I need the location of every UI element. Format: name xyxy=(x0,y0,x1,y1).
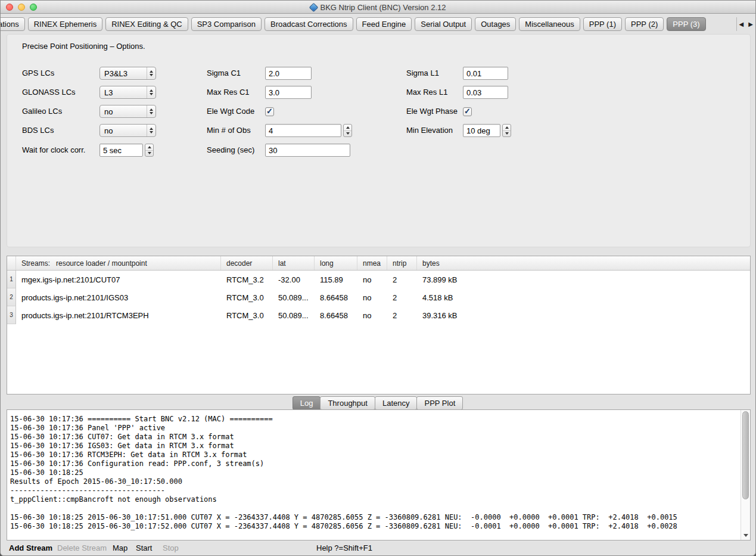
add-stream-button[interactable]: Add Stream xyxy=(9,543,52,552)
combo-arrows-icon xyxy=(147,105,155,117)
wait-clock-stepper[interactable] xyxy=(145,144,154,157)
tab-rinex-editing-qc[interactable]: RINEX Editing & QC xyxy=(105,17,188,31)
spin-up-icon[interactable] xyxy=(145,144,153,151)
max-res-l1-input[interactable] xyxy=(463,86,508,99)
bnc-window: BKG Ntrip Client (BNC) Version 2.12 atio… xyxy=(0,0,756,556)
spin-up-icon[interactable] xyxy=(344,125,351,131)
tab-serial-output[interactable]: Serial Output xyxy=(415,17,472,31)
log-line: Results of Epoch 2015-06-30_10:17:50.000 xyxy=(10,477,738,486)
header-lat: lat xyxy=(273,256,315,270)
gps-lcs-select[interactable]: P3&L3 xyxy=(99,67,156,80)
stream-row-1[interactable]: 1 mgex.igs-ip.net:2101/CUT07 RTCM_3.2 -3… xyxy=(7,271,750,288)
cell-ntrip: 2 xyxy=(387,288,417,306)
tab-outages[interactable]: Outages xyxy=(475,17,516,31)
wait-clock-input[interactable] xyxy=(99,144,143,157)
log-line: 15-06-30 10:17:36 ========== Start BNC v… xyxy=(10,415,738,424)
cell-bytes: 39.316 kB xyxy=(417,306,750,324)
log-content: 15-06-30 10:17:36 ========== Start BNC v… xyxy=(10,415,738,531)
spin-down-icon[interactable] xyxy=(503,131,511,137)
sigma-l1-label: Sigma L1 xyxy=(406,67,439,80)
cell-mountpoint: mgex.igs-ip.net:2101/CUT07 xyxy=(16,271,221,288)
stop-button: Stop xyxy=(163,543,179,552)
tab-feed-engine[interactable]: Feed Engine xyxy=(356,17,412,31)
min-elevation-input[interactable] xyxy=(463,124,500,137)
streams-table: Streams: resource loader / mountpoint de… xyxy=(7,256,751,395)
log-line xyxy=(10,504,738,513)
ele-wgt-code-label: Ele Wgt Code xyxy=(207,105,254,118)
gps-lcs-label: GPS LCs xyxy=(22,67,54,80)
tab-ppp-3[interactable]: PPP (3) xyxy=(667,17,705,31)
log-panel: 15-06-30 10:17:36 ========== Start BNC v… xyxy=(7,409,751,541)
log-line: 15-06-30 10:17:36 IGS03: Get data in RTC… xyxy=(10,442,738,451)
output-tab-bar: Log Throughput Latency PPP Plot xyxy=(1,396,755,410)
log-line: 15-06-30 10:18:25 2015-06-30_10:17:51.00… xyxy=(10,513,738,522)
min-obs-label: Min # of Obs xyxy=(207,124,251,137)
ele-wgt-phase-label: Ele Wgt Phase xyxy=(406,105,458,118)
cell-bytes: 73.899 kB xyxy=(417,271,750,288)
stream-row-3[interactable]: 3 products.igs-ip.net:2101/RTCM3EPH RTCM… xyxy=(7,306,750,324)
cell-bytes: 4.518 kB xyxy=(417,288,750,306)
row-number: 2 xyxy=(7,288,16,306)
wait-clock-label: Wait for clock corr. xyxy=(22,144,85,157)
map-button[interactable]: Map xyxy=(113,543,127,552)
cell-nmea: no xyxy=(357,306,387,324)
cell-nmea: no xyxy=(357,288,387,306)
bds-lcs-label: BDS LCs xyxy=(22,124,54,137)
max-res-c1-input[interactable] xyxy=(265,86,312,99)
tab-scroll-left-icon[interactable]: ◀ xyxy=(739,17,744,31)
cell-ntrip: 2 xyxy=(387,271,417,288)
log-line: 15-06-30 10:17:36 Configuration read: PP… xyxy=(10,459,738,468)
tab-broadcast-corrections[interactable]: Broadcast Corrections xyxy=(265,17,353,31)
log-line: 15-06-30 10:17:36 CUT07: Get data in RTC… xyxy=(10,433,738,442)
tab-sp3-comparison[interactable]: SP3 Comparison xyxy=(191,17,262,31)
cell-ntrip: 2 xyxy=(387,306,417,324)
check-icon: ✓ xyxy=(266,107,273,116)
sigma-c1-input[interactable] xyxy=(265,67,312,80)
tab-miscellaneous[interactable]: Miscellaneous xyxy=(519,17,580,31)
galileo-lcs-select[interactable]: no xyxy=(99,105,156,118)
galileo-lcs-label: Galileo LCs xyxy=(22,105,62,118)
start-button[interactable]: Start xyxy=(136,543,152,552)
min-elevation-label: Min Elevation xyxy=(406,124,453,137)
tab-log[interactable]: Log xyxy=(293,396,321,410)
cell-long: 8.66458 xyxy=(315,306,357,324)
ele-wgt-code-checkbox[interactable]: ✓ xyxy=(265,107,274,116)
min-elevation-stepper[interactable] xyxy=(502,124,511,137)
cell-mountpoint: products.igs-ip.net:2101/IGS03 xyxy=(16,288,221,306)
spin-down-icon[interactable] xyxy=(344,131,351,137)
glonass-lcs-select[interactable]: L3 xyxy=(99,86,156,99)
tab-scroll-right-icon[interactable]: ▶ xyxy=(748,17,753,31)
window-title-area: BKG Ntrip Client (BNC) Version 2.12 xyxy=(1,1,755,14)
streams-table-header: Streams: resource loader / mountpoint de… xyxy=(7,256,750,271)
stream-row-2[interactable]: 2 products.igs-ip.net:2101/IGS03 RTCM_3.… xyxy=(7,288,750,306)
cell-decoder: RTCM_3.0 xyxy=(221,288,273,306)
tab-rinex-ephemeris[interactable]: RINEX Ephemeris xyxy=(28,17,102,31)
spin-up-icon[interactable] xyxy=(503,125,511,131)
combo-arrows-icon xyxy=(147,125,155,136)
min-obs-stepper[interactable] xyxy=(343,124,352,137)
tab-throughput[interactable]: Throughput xyxy=(320,396,375,410)
ele-wgt-phase-checkbox[interactable]: ✓ xyxy=(463,107,472,116)
sigma-c1-label: Sigma C1 xyxy=(207,67,241,80)
header-mountpoint: Streams: resource loader / mountpoint xyxy=(16,256,221,270)
header-bytes: bytes xyxy=(417,256,750,270)
sigma-l1-input[interactable] xyxy=(463,67,508,80)
cell-lat: -32.00 xyxy=(273,271,315,288)
tab-ppp-1[interactable]: PPP (1) xyxy=(583,17,622,31)
log-scrollbar[interactable] xyxy=(741,410,750,540)
spin-down-icon[interactable] xyxy=(145,151,153,157)
tab-latency[interactable]: Latency xyxy=(375,396,418,410)
scroll-down-icon[interactable] xyxy=(743,534,748,537)
app-icon xyxy=(309,2,318,12)
window-title: BKG Ntrip Client (BNC) Version 2.12 xyxy=(321,3,446,12)
tab-ppp-2[interactable]: PPP (2) xyxy=(625,17,664,31)
cell-lat: 50.089... xyxy=(273,306,315,324)
seeding-input[interactable] xyxy=(265,144,350,157)
header-decoder: decoder xyxy=(221,256,273,270)
min-obs-input[interactable] xyxy=(265,124,341,137)
log-scrollbar-thumb[interactable] xyxy=(742,411,749,499)
tab-ppp-plot[interactable]: PPP Plot xyxy=(416,396,463,410)
cell-nmea: no xyxy=(357,271,387,288)
tab-rinex-observations[interactable]: ations xyxy=(0,17,25,31)
bds-lcs-select[interactable]: no xyxy=(99,124,156,137)
